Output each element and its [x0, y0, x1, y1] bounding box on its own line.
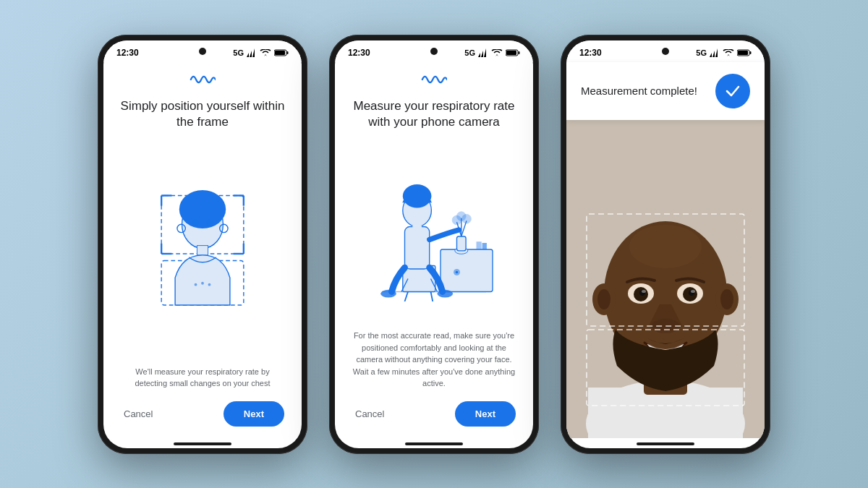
check-icon [723, 82, 742, 100]
svg-rect-4 [287, 51, 289, 54]
measurement-title: Measurement complete! [581, 84, 697, 98]
svg-point-80 [597, 289, 610, 309]
svg-rect-33 [441, 249, 493, 292]
phone-2-screen: 12:30 5G [335, 40, 533, 448]
screen-content-2: Measure your respiratory rate with your … [335, 62, 533, 438]
check-circle [715, 74, 750, 108]
svg-marker-26 [478, 53, 480, 57]
svg-rect-66 [588, 388, 743, 438]
svg-point-10 [193, 220, 199, 226]
svg-point-15 [195, 283, 197, 286]
svg-marker-28 [484, 48, 486, 57]
wave-icon-1 [190, 72, 216, 90]
person-camera-svg-2 [349, 171, 519, 301]
svg-point-43 [462, 214, 472, 223]
status-bar-3: 12:30 5G [566, 40, 765, 62]
wifi-icon-2 [491, 49, 503, 56]
status-time-2: 12:30 [348, 48, 370, 58]
svg-point-82 [720, 289, 733, 309]
svg-rect-14 [197, 246, 208, 255]
status-time-3: 12:30 [579, 48, 602, 58]
phone-2: 12:30 5G [329, 35, 539, 454]
network-label-3: 5G [696, 48, 707, 57]
svg-marker-58 [710, 53, 712, 57]
signal-icon-3 [710, 48, 720, 57]
screen-title-2: Measure your respiratory rate with your … [349, 98, 519, 132]
svg-point-35 [456, 270, 459, 273]
screen-content-1: Simply position yourself within the fram… [103, 62, 302, 438]
screen-title-1: Simply position yourself within the fram… [118, 98, 287, 132]
svg-point-55 [380, 289, 396, 297]
battery-icon-2 [506, 49, 520, 56]
person-frame-svg-1 [118, 189, 287, 319]
svg-marker-60 [715, 48, 718, 57]
svg-point-11 [207, 220, 213, 226]
svg-marker-59 [712, 51, 715, 57]
svg-point-53 [403, 184, 432, 207]
signal-icon-2 [478, 48, 488, 57]
svg-point-17 [208, 283, 211, 286]
svg-rect-45 [482, 243, 487, 249]
status-icons-3: 5G [696, 48, 752, 57]
screen-description-1: We'll measure your respiratory rate by d… [118, 366, 287, 390]
svg-rect-51 [405, 226, 430, 269]
svg-point-16 [201, 282, 204, 285]
wifi-icon-1 [260, 49, 271, 56]
svg-marker-1 [250, 51, 252, 57]
status-time-1: 12:30 [116, 48, 139, 58]
svg-point-69 [629, 225, 702, 268]
face-photo-area [566, 120, 765, 438]
network-label-1: 5G [233, 48, 244, 57]
status-bar-2: 12:30 5G [335, 40, 533, 62]
signal-icon-1 [247, 48, 257, 57]
svg-point-76 [642, 290, 646, 293]
screen-actions-1: Cancel Next [118, 401, 287, 427]
svg-point-9 [179, 190, 226, 228]
illustration-1 [118, 142, 287, 365]
svg-rect-62 [750, 51, 752, 54]
wave-icon-2 [421, 72, 447, 90]
status-bar-1: 12:30 5G [103, 40, 302, 62]
cancel-button-1[interactable]: Cancel [121, 403, 156, 425]
svg-point-56 [438, 289, 454, 297]
home-indicator-2 [405, 442, 463, 445]
next-button-2[interactable]: Next [455, 401, 516, 427]
svg-line-48 [431, 291, 433, 301]
battery-icon-1 [274, 49, 289, 56]
svg-rect-54 [412, 225, 422, 231]
svg-marker-27 [481, 51, 483, 57]
phone-3-screen: 12:30 5G [566, 40, 765, 448]
phone-3: 12:30 5G [561, 35, 770, 454]
svg-rect-44 [477, 241, 482, 249]
home-indicator-1 [174, 442, 231, 445]
camera-dot-1 [199, 48, 206, 55]
svg-line-47 [405, 291, 409, 301]
phone-1: 12:30 5G [98, 35, 307, 454]
next-button-1[interactable]: Next [224, 401, 284, 427]
svg-rect-30 [519, 51, 520, 54]
measurement-card: Measurement complete! [566, 62, 765, 120]
face-photo-bg [566, 120, 765, 438]
svg-rect-37 [457, 236, 467, 251]
svg-rect-31 [506, 51, 516, 55]
svg-rect-5 [275, 51, 285, 55]
phone-1-screen: 12:30 5G [103, 40, 302, 448]
camera-dot-2 [430, 48, 438, 55]
screen-actions-2: Cancel Next [349, 401, 519, 427]
svg-marker-0 [247, 53, 249, 57]
wifi-icon-3 [723, 49, 734, 56]
network-label-2: 5G [464, 48, 475, 57]
screen-description-2: For the most accurate read, make sure yo… [349, 330, 519, 390]
status-icons-1: 5G [233, 48, 289, 57]
camera-dot-3 [662, 48, 669, 55]
battery-icon-3 [737, 49, 752, 56]
home-indicator-3 [637, 442, 694, 445]
face-svg [566, 120, 765, 438]
illustration-2 [349, 142, 519, 330]
status-icons-2: 5G [464, 48, 520, 57]
svg-rect-63 [738, 51, 748, 55]
cancel-button-2[interactable]: Cancel [352, 403, 387, 425]
svg-marker-2 [252, 48, 255, 57]
svg-point-77 [691, 290, 695, 293]
